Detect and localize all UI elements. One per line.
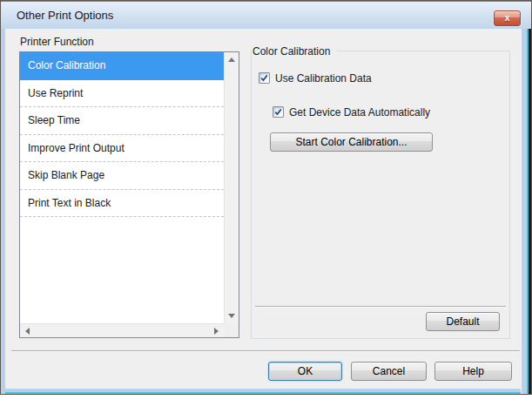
ok-button[interactable]: OK bbox=[268, 362, 342, 381]
use-calibration-data-checkbox[interactable]: Use Calibration Data bbox=[259, 71, 372, 85]
checkbox-label: Use Calibration Data bbox=[275, 72, 372, 85]
list-item[interactable]: Sleep Time bbox=[20, 107, 224, 135]
vertical-scrollbar[interactable] bbox=[224, 52, 239, 323]
checkbox-label: Get Device Data Automatically bbox=[289, 106, 430, 119]
scroll-up-button[interactable] bbox=[225, 52, 239, 67]
title-bar[interactable]: Other Print Options bbox=[1, 1, 531, 29]
get-device-data-checkbox[interactable]: Get Device Data Automatically bbox=[273, 105, 430, 119]
scrollbar-corner bbox=[224, 323, 239, 337]
checkmark-icon bbox=[273, 107, 283, 117]
scroll-up-icon bbox=[228, 58, 235, 62]
list-item[interactable]: Print Text in Black bbox=[20, 190, 224, 218]
scroll-left-button[interactable] bbox=[20, 324, 35, 337]
checkmark-icon bbox=[259, 73, 269, 83]
checkbox-box[interactable] bbox=[273, 106, 284, 118]
checkbox-box[interactable] bbox=[259, 72, 270, 84]
printer-function-list: Color CalibrationUse ReprintSleep TimeIm… bbox=[19, 51, 239, 338]
color-calibration-group: Color Calibration Use Calibration Data G… bbox=[251, 51, 510, 339]
list-item[interactable]: Skip Blank Page bbox=[20, 162, 224, 190]
default-button[interactable]: Default bbox=[426, 312, 500, 331]
list-item[interactable]: Improve Print Output bbox=[20, 135, 224, 163]
cancel-button[interactable]: Cancel bbox=[351, 362, 427, 381]
group-separator bbox=[255, 306, 506, 308]
scroll-down-icon bbox=[228, 314, 235, 318]
list-item[interactable]: Use Reprint bbox=[20, 80, 224, 108]
printer-function-label: Printer Function bbox=[20, 36, 94, 48]
scroll-right-icon bbox=[214, 328, 219, 335]
close-button[interactable]: x bbox=[494, 10, 521, 26]
other-print-options-dialog: Other Print Options x Printer Function C… bbox=[0, 0, 532, 395]
scroll-left-icon bbox=[25, 328, 30, 335]
window-frame-left bbox=[1, 28, 5, 394]
window-frame-bottom bbox=[1, 389, 531, 394]
close-icon: x bbox=[504, 13, 509, 23]
window-title: Other Print Options bbox=[17, 9, 113, 22]
printer-function-list-items: Color CalibrationUse ReprintSleep TimeIm… bbox=[20, 52, 224, 323]
group-title: Color Calibration bbox=[252, 45, 337, 58]
horizontal-scrollbar[interactable] bbox=[20, 323, 224, 337]
footer-separator bbox=[11, 350, 520, 352]
window-frame-right bbox=[521, 28, 531, 394]
scroll-right-button[interactable] bbox=[209, 324, 224, 337]
start-color-calibration-button[interactable]: Start Color Calibration... bbox=[270, 132, 433, 152]
list-item[interactable]: Color Calibration bbox=[20, 52, 224, 80]
scroll-down-button[interactable] bbox=[225, 308, 239, 323]
help-button[interactable]: Help bbox=[434, 362, 512, 381]
